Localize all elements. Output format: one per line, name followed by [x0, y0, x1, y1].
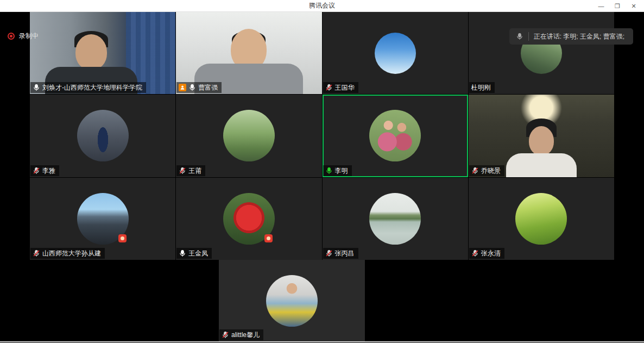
mic-on-icon — [188, 84, 196, 91]
participant-name: 张永清 — [481, 249, 501, 258]
meeting-stage: 录制中 正在讲话: 李明; 王金凤; 曹富强; 刘焕才-山西师范大学地理科学学院 — [0, 12, 644, 341]
participant-tile[interactable]: 山西师范大学孙从建 — [30, 178, 175, 260]
participant-tile[interactable]: 王国华 — [323, 12, 468, 94]
participant-video-person — [493, 117, 590, 177]
participant-name: 刘焕才-山西师范大学地理科学学院 — [42, 83, 142, 92]
avatar-badge-icon — [118, 234, 127, 242]
host-badge-icon — [179, 84, 186, 91]
mic-muted-icon — [325, 84, 333, 91]
name-label: 张永清 — [469, 248, 504, 259]
tooltip-divider — [528, 32, 529, 41]
name-label: 王国华 — [323, 82, 358, 93]
participant-name: 乔晓景 — [481, 166, 501, 175]
mic-muted-icon — [33, 167, 40, 174]
participant-tile[interactable]: 杜明刚 — [469, 12, 614, 94]
mic-speaking-icon — [325, 167, 333, 174]
avatar — [369, 110, 421, 161]
name-label: alittle馨儿 — [219, 329, 263, 340]
participant-tile[interactable]: 李雅 — [30, 95, 175, 177]
mic-muted-icon — [471, 167, 479, 174]
name-label: 山西师范大学孙从建 — [30, 248, 105, 259]
avatar — [77, 110, 129, 161]
window-controls: — ❐ ✕ — [593, 0, 642, 12]
mic-muted-icon — [325, 250, 333, 257]
participant-tile[interactable]: alittle馨儿 — [219, 260, 365, 341]
participant-tile[interactable]: 张丙昌 — [323, 178, 468, 260]
name-label: 李明 — [323, 165, 352, 176]
participant-name: 山西师范大学孙从建 — [42, 249, 101, 258]
mic-muted-icon — [179, 167, 186, 174]
close-button[interactable]: ✕ — [626, 0, 642, 12]
name-label: 张丙昌 — [323, 248, 358, 259]
participant-name: 王国华 — [335, 83, 355, 92]
participant-name: 张丙昌 — [335, 249, 355, 258]
participant-name: alittle馨儿 — [231, 330, 260, 339]
speaking-label: 正在讲话: 李明; 王金凤; 曹富强; — [534, 32, 624, 41]
participant-tile[interactable]: 曹富强 — [176, 12, 321, 94]
name-label: 王莆 — [176, 165, 205, 176]
recording-label: 录制中 — [19, 32, 39, 41]
window-bottom-edge — [0, 341, 644, 342]
recording-dot-icon — [8, 33, 15, 40]
participant-tile[interactable]: 刘焕才-山西师范大学地理科学学院 — [30, 12, 175, 94]
mic-muted-icon — [222, 331, 229, 339]
mic-muted-icon — [471, 250, 479, 257]
name-label: 刘焕才-山西师范大学地理科学学院 — [30, 82, 146, 93]
avatar — [77, 193, 129, 245]
participant-name: 王莆 — [188, 166, 201, 175]
maximize-button[interactable]: ❐ — [609, 0, 626, 12]
name-label: 乔晓景 — [469, 165, 504, 176]
participant-name: 杜明刚 — [471, 83, 491, 92]
participant-tile[interactable]: 张永清 — [469, 178, 614, 260]
participant-tile[interactable]: 乔晓景 — [469, 95, 614, 177]
participant-tile-active-speaker[interactable]: 李明 — [323, 95, 468, 177]
avatar — [223, 193, 275, 245]
participant-name: 王金凤 — [188, 249, 208, 258]
recording-indicator[interactable]: 录制中 — [8, 32, 39, 41]
mic-icon — [516, 33, 523, 40]
participant-name: 李明 — [335, 166, 348, 175]
name-label: 杜明刚 — [469, 82, 495, 93]
participant-tile[interactable]: 王莆 — [176, 95, 321, 177]
name-label: 曹富强 — [176, 82, 222, 93]
mic-on-icon — [179, 250, 186, 257]
mic-muted-icon — [33, 250, 40, 257]
avatar — [266, 275, 318, 327]
avatar-badge-icon — [264, 234, 273, 242]
window-title: 腾讯会议 — [309, 1, 335, 10]
avatar — [375, 33, 416, 74]
name-label: 李雅 — [30, 165, 59, 176]
speaking-tooltip: 正在讲话: 李明; 王金凤; 曹富强; — [509, 28, 633, 45]
avatar — [223, 110, 275, 161]
video-grid: 刘焕才-山西师范大学地理科学学院 曹富强 — [30, 12, 614, 260]
name-label: 王金凤 — [176, 248, 212, 259]
participant-tile[interactable]: 王金凤 — [176, 178, 321, 260]
avatar — [369, 193, 421, 245]
minimize-button[interactable]: — — [593, 0, 609, 12]
title-bar: 腾讯会议 — ❐ ✕ — [0, 0, 644, 12]
participant-name: 李雅 — [42, 166, 55, 175]
mic-on-icon — [33, 84, 40, 91]
participant-name: 曹富强 — [198, 83, 218, 92]
avatar — [515, 193, 567, 245]
